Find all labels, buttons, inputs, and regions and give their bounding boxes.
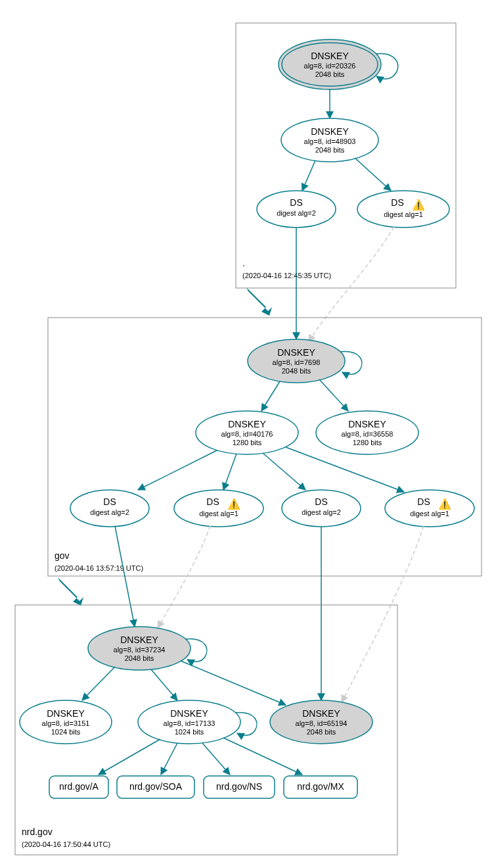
svg-text:DNSKEY: DNSKEY [311,51,349,61]
node-nrd-ksk: DNSKEY alg=8, id=37234 2048 bits [88,627,191,670]
zone-nrd-label: nrd.gov [22,827,53,837]
record-mx: nrd.gov/MX [284,776,357,798]
edge-nrd-zsk2-to-soa [161,743,177,775]
record-ns: nrd.gov/NS [204,776,275,798]
node-gov-ds1b: DS ⚠️ digest alg=1 [385,490,474,527]
svg-text:nrd.gov/SOA: nrd.gov/SOA [129,781,183,792]
node-gov-ds1a: DS ⚠️ digest alg=1 [174,490,263,527]
edge-nrd-ksk-to-ksk2 [181,661,286,705]
record-soa: nrd.gov/SOA [117,776,194,798]
svg-text:1280 bits: 1280 bits [353,439,382,446]
svg-text:digest alg=1: digest alg=1 [199,510,238,518]
zone-root-label: . [242,258,245,268]
svg-text:2048 bits: 2048 bits [125,654,154,662]
node-root-ksk: DNSKEY alg=8, id=20326 2048 bits [279,39,381,89]
svg-text:digest alg=1: digest alg=1 [410,510,449,518]
warning-icon: ⚠️ [227,498,240,510]
edge-gov-ksk-to-zsk2 [319,379,348,411]
edge-gov-ds1b-to-nrd-ksk2 [342,526,424,702]
zone-gov-time: (2020-04-16 13:57:19 UTC) [55,564,143,572]
svg-text:alg=8, id=48903: alg=8, id=48903 [304,137,356,145]
record-a: nrd.gov/A [49,776,108,798]
edge-root-zsk-to-ds1 [355,158,391,191]
svg-text:alg=8, id=7698: alg=8, id=7698 [273,358,321,366]
svg-text:DNSKEY: DNSKEY [120,635,158,645]
svg-text:DNSKEY: DNSKEY [170,708,208,719]
zone-gov-label: gov [55,550,70,561]
node-nrd-zsk1: DNSKEY alg=8, id=3151 1024 bits [20,700,112,744]
edge-gov-zsk1-to-ds1b [286,447,404,492]
edge-gov-zsk1-to-ds2a [138,450,217,490]
svg-text:nrd.gov/NS: nrd.gov/NS [216,781,262,792]
svg-text:alg=8, id=3151: alg=8, id=3151 [42,719,90,727]
node-gov-ds2b: DS digest alg=2 [282,490,361,527]
svg-text:alg=8, id=20326: alg=8, id=20326 [304,62,356,70]
svg-text:DNSKEY: DNSKEY [228,419,266,429]
node-gov-zsk2: DNSKEY alg=8, id=36558 1280 bits [316,411,418,454]
edge-gov-ksk-to-zsk1 [261,381,280,411]
svg-text:alg=8, id=65194: alg=8, id=65194 [296,719,348,727]
svg-text:digest alg=2: digest alg=2 [277,209,316,217]
edge-gov-zsk1-to-ds1a [223,454,236,490]
svg-text:alg=8, id=37234: alg=8, id=37234 [114,646,166,654]
dnssec-diagram: . (2020-04-16 12:45:35 UTC) DNSKEY alg=8… [0,0,494,868]
svg-text:nrd.gov/MX: nrd.gov/MX [297,781,344,792]
svg-text:2048 bits: 2048 bits [282,367,311,375]
svg-text:DS: DS [391,197,403,208]
svg-text:DS: DS [315,496,327,507]
svg-text:DS: DS [206,496,219,507]
svg-text:DNSKEY: DNSKEY [277,347,315,358]
warning-icon: ⚠️ [438,498,451,510]
svg-text:DS: DS [290,197,302,208]
svg-text:DS: DS [103,496,116,507]
node-gov-ds2a: DS digest alg=2 [70,490,149,527]
svg-text:DNSKEY: DNSKEY [311,126,349,137]
svg-text:2048 bits: 2048 bits [307,728,336,736]
svg-text:1024 bits: 1024 bits [51,728,81,736]
svg-text:DNSKEY: DNSKEY [47,708,85,719]
svg-text:digest alg=2: digest alg=2 [302,508,341,516]
svg-point-12 [357,191,449,228]
zone-arrow-gov-to-nrd [58,577,83,606]
edge-nrd-zsk2-to-mx [223,738,302,775]
node-root-ds2: DS digest alg=2 [257,191,336,228]
svg-text:alg=8, id=40176: alg=8, id=40176 [221,430,273,438]
zone-root-time: (2020-04-16 12:45:35 UTC) [242,272,331,279]
svg-text:1280 bits: 1280 bits [233,439,262,446]
svg-point-30 [174,490,263,527]
svg-text:alg=8, id=36558: alg=8, id=36558 [342,430,393,438]
svg-text:1024 bits: 1024 bits [175,728,204,736]
svg-text:2048 bits: 2048 bits [315,146,345,154]
edge-nrd-ksk-to-zsk1 [82,667,115,700]
edge-nrd-ksk-to-zsk2 [151,669,177,700]
zone-arrow-root-to-gov [246,287,272,316]
node-root-ds1: DS ⚠️ digest alg=1 [357,191,449,228]
svg-text:alg=8, id=17133: alg=8, id=17133 [164,719,215,727]
node-gov-zsk1: DNSKEY alg=8, id=40176 1280 bits [196,411,298,454]
edge-gov-ds1a-to-nrd-ksk [158,526,210,628]
svg-text:DNSKEY: DNSKEY [348,419,386,429]
node-nrd-zsk2: DNSKEY alg=8, id=17133 1024 bits [138,700,240,744]
edge-nrd-zsk2-to-ns [202,743,230,775]
warning-icon: ⚠️ [412,199,425,211]
svg-point-36 [385,490,474,527]
edge-gov-zsk1-to-ds2b [263,453,305,490]
zone-nrd-time: (2020-04-16 17:50:44 UTC) [22,840,110,848]
node-nrd-ksk2: DNSKEY alg=8, id=65194 2048 bits [270,700,372,744]
svg-text:digest alg=1: digest alg=1 [384,210,423,218]
node-gov-ksk: DNSKEY alg=8, id=7698 2048 bits [248,339,345,383]
edge-root-ds1-to-gov-ksk [309,227,394,342]
edge-nrd-zsk2-to-a [99,739,160,775]
node-root-zsk: DNSKEY alg=8, id=48903 2048 bits [281,118,378,162]
edge-root-zsk-to-ds2 [302,160,315,191]
svg-text:DS: DS [417,496,430,507]
svg-text:2048 bits: 2048 bits [315,70,345,78]
svg-text:DNSKEY: DNSKEY [302,708,340,719]
svg-text:digest alg=2: digest alg=2 [90,508,129,516]
svg-text:nrd.gov/A: nrd.gov/A [59,781,99,792]
